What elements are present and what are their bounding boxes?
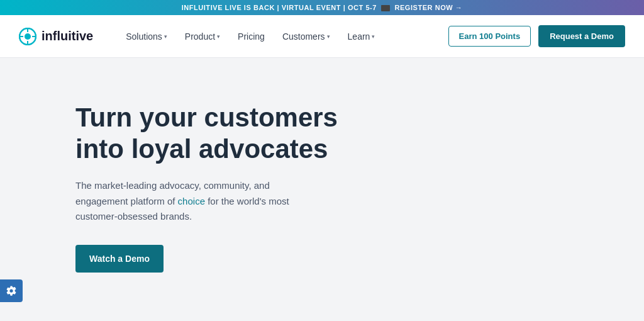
chevron-down-icon: ▾ bbox=[372, 33, 375, 40]
hero-section: Turn your customers into loyal advocates… bbox=[0, 58, 644, 310]
hero-subtitle: The market-leading advocacy, community, … bbox=[75, 178, 308, 225]
watch-demo-button[interactable]: Watch a Demo bbox=[75, 245, 164, 273]
nav-item-product[interactable]: Product ▾ bbox=[177, 26, 228, 47]
chevron-down-icon: ▾ bbox=[217, 33, 220, 40]
hero-title: Turn your customers into loyal advocates bbox=[75, 102, 390, 166]
chevron-down-icon: ▾ bbox=[327, 33, 330, 40]
logo[interactable]: influitive bbox=[19, 28, 93, 45]
banner-text: INFLUITIVE LIVE IS BACK | VIRTUAL EVENT … bbox=[182, 4, 463, 11]
nav-item-pricing[interactable]: Pricing bbox=[230, 26, 272, 47]
logo-text: influitive bbox=[42, 29, 93, 43]
nav-links: Solutions ▾ Product ▾ Pricing Customers … bbox=[118, 26, 448, 47]
svg-point-1 bbox=[25, 33, 31, 40]
nav-item-customers[interactable]: Customers ▾ bbox=[275, 26, 338, 47]
logo-icon bbox=[19, 28, 36, 45]
earn-points-button[interactable]: Earn 100 Points bbox=[448, 26, 531, 47]
navbar: influitive Solutions ▾ Product ▾ Pricing… bbox=[0, 15, 644, 58]
nav-actions: Earn 100 Points Request a Demo bbox=[448, 25, 625, 47]
hero-content: Turn your customers into loyal advocates… bbox=[75, 102, 390, 273]
nav-item-solutions[interactable]: Solutions ▾ bbox=[118, 26, 175, 47]
settings-fab[interactable] bbox=[0, 279, 23, 302]
nav-item-learn[interactable]: Learn ▾ bbox=[340, 26, 383, 47]
banner-cta[interactable]: REGISTER NOW → bbox=[394, 4, 462, 11]
top-banner: INFLUITIVE LIVE IS BACK | VIRTUAL EVENT … bbox=[0, 0, 644, 15]
request-demo-button[interactable]: Request a Demo bbox=[538, 25, 625, 47]
chevron-down-icon: ▾ bbox=[164, 33, 167, 40]
gear-icon bbox=[6, 285, 17, 296]
emoji-icon bbox=[381, 5, 390, 11]
